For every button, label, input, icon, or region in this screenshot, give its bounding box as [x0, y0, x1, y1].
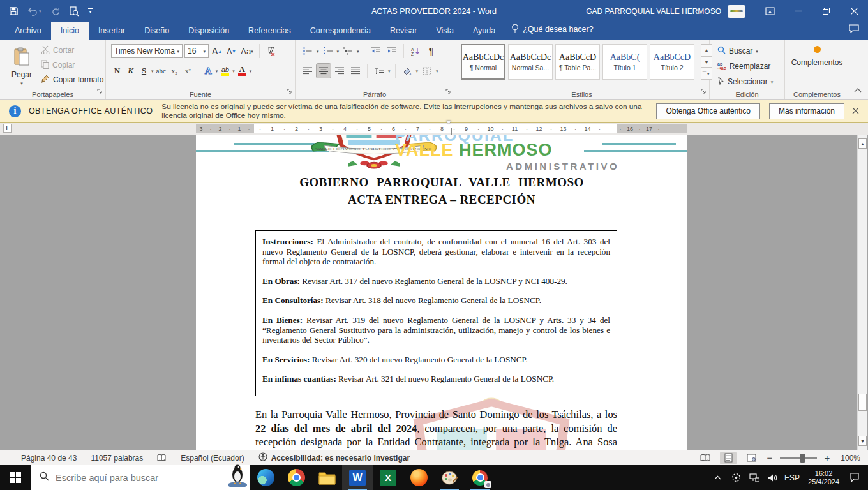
taskbar-file-explorer[interactable] — [311, 465, 342, 490]
shading-dropdown[interactable]: ▾ — [416, 69, 419, 73]
paste-button[interactable]: Pegar ▾ — [5, 43, 38, 89]
paragraph-dialog-launcher[interactable] — [445, 85, 451, 97]
undo-icon[interactable]: ▾ — [27, 7, 41, 16]
vertical-scrollbar[interactable]: ▲ ▼ — [857, 135, 867, 450]
zoom-slider[interactable] — [780, 457, 817, 459]
document-page[interactable]: VALLE HERMOSO TURÍSTICO Y PRODUCTIVO PAR… — [196, 135, 687, 450]
horizontal-ruler[interactable]: 3·2·1··1·2·3·4·5·6·7·8·9·10·11·12·13·14·… — [196, 124, 687, 133]
clear-formatting-button[interactable] — [264, 44, 278, 58]
search-input[interactable] — [56, 473, 196, 483]
highlight-button[interactable]: ab — [219, 64, 231, 78]
scroll-thumb[interactable] — [858, 394, 867, 411]
sort-button[interactable]: AZ — [408, 44, 423, 58]
decrease-indent-button[interactable] — [369, 44, 383, 58]
hidden-icons-chevron[interactable] — [710, 465, 724, 490]
align-center-button[interactable] — [317, 64, 331, 78]
zoom-slider-thumb[interactable] — [800, 454, 805, 463]
tab-vista[interactable]: Vista — [426, 22, 463, 40]
tab-stop-selector[interactable]: L — [3, 124, 12, 133]
line-spacing-button[interactable] — [372, 64, 386, 78]
tab-inicio[interactable]: Inicio — [51, 22, 89, 40]
taskbar-word[interactable]: W — [342, 465, 373, 490]
line-spacing-dropdown[interactable]: ▾ — [388, 69, 391, 73]
tab-revisar[interactable]: Revisar — [380, 22, 426, 40]
shading-button[interactable] — [400, 64, 414, 78]
font-dialog-launcher[interactable] — [287, 85, 292, 97]
format-painter-button[interactable]: Copiar formato — [41, 74, 103, 85]
copy-button[interactable]: Copiar — [41, 59, 103, 71]
proofing-icon[interactable] — [157, 454, 167, 463]
increase-indent-button[interactable] — [385, 44, 399, 58]
scroll-up-button[interactable]: ▲ — [858, 138, 867, 149]
print-layout-button[interactable] — [720, 452, 737, 464]
clipboard-dialog-launcher[interactable] — [97, 85, 103, 97]
taskbar-excel[interactable]: X — [373, 465, 403, 490]
grow-font-button[interactable]: A▲ — [211, 44, 223, 58]
more-info-button[interactable]: Más información — [769, 103, 844, 119]
zoom-in-button[interactable]: + — [823, 452, 831, 463]
save-icon[interactable] — [9, 6, 19, 16]
highlight-dropdown[interactable]: ▾ — [232, 69, 235, 73]
onedrive-icon[interactable] — [729, 465, 743, 490]
shrink-font-button[interactable]: A▼ — [225, 44, 237, 58]
strikethrough-button[interactable]: abc — [155, 64, 167, 78]
italic-button[interactable]: K — [124, 64, 137, 78]
close-button[interactable] — [840, 0, 868, 22]
zoom-level[interactable]: 100% — [837, 454, 860, 463]
warning-close-icon[interactable] — [852, 105, 859, 117]
font-name-combo[interactable]: Times New Roma▾ — [111, 44, 183, 58]
style-normal[interactable]: AaBbCcDc¶ Normal — [461, 44, 505, 80]
bold-button[interactable]: N — [111, 64, 123, 78]
addins-button[interactable]: Complementos — [785, 46, 849, 67]
taskbar-search-box[interactable] — [31, 465, 250, 490]
font-size-combo[interactable]: 16▾ — [184, 44, 209, 58]
tab-referencias[interactable]: Referencias — [239, 22, 301, 40]
find-button[interactable]: Buscar▾ — [717, 45, 773, 57]
scroll-down-button[interactable]: ▼ — [858, 436, 867, 446]
replace-button[interactable]: ab⇢ac Reemplazar — [717, 60, 773, 73]
bullets-button[interactable] — [301, 44, 315, 58]
minimize-button[interactable] — [784, 0, 812, 22]
style-titulo-2[interactable]: AaBbCcDTítulo 2 — [650, 44, 694, 80]
page-indicator[interactable]: Página 40 de 43 — [21, 454, 77, 463]
language-indicator[interactable]: Español (Ecuador) — [181, 454, 244, 463]
superscript-button[interactable]: x² — [182, 64, 194, 78]
volume-icon[interactable] — [766, 465, 780, 490]
taskbar-paint[interactable] — [434, 465, 465, 490]
cut-button[interactable]: Cortar — [41, 45, 103, 56]
borders-dropdown[interactable]: ▾ — [436, 69, 438, 73]
network-icon[interactable] — [747, 465, 761, 490]
multilevel-list-button[interactable] — [341, 44, 355, 58]
tab-correspondencia[interactable]: Correspondencia — [301, 22, 380, 40]
accessibility-status[interactable]: Accesibilidad: es necesario investigar — [258, 452, 410, 463]
clock[interactable]: 16:02 25/4/2024 — [804, 470, 843, 486]
align-left-button[interactable] — [301, 64, 315, 78]
font-color-dropdown[interactable]: ▾ — [250, 69, 252, 73]
style-normal-sa[interactable]: AaBbCcDcNormal Sa... — [508, 44, 553, 80]
font-color-button[interactable]: A — [236, 64, 248, 78]
style-titulo-1[interactable]: AaBbC(Título 1 — [602, 44, 647, 80]
tab-insertar[interactable]: Insertar — [89, 22, 135, 40]
web-layout-button[interactable] — [743, 452, 760, 464]
select-button[interactable]: Seleccionar▾ — [717, 75, 773, 88]
justify-button[interactable] — [348, 64, 363, 78]
multilevel-dropdown[interactable]: ▾ — [357, 49, 359, 54]
tab-diseno[interactable]: Diseño — [135, 22, 179, 40]
start-button[interactable] — [0, 465, 31, 490]
redo-icon[interactable] — [50, 6, 60, 16]
action-center-icon[interactable] — [848, 465, 862, 490]
tab-disposicion[interactable]: Disposición — [179, 22, 239, 40]
avatar[interactable] — [728, 5, 745, 18]
pilcrow-button[interactable]: ¶ — [424, 44, 438, 58]
bullets-dropdown[interactable]: ▾ — [317, 49, 319, 54]
subscript-button[interactable]: x₂ — [168, 64, 181, 78]
numbering-button[interactable] — [321, 44, 335, 58]
word-count[interactable]: 11057 palabras — [91, 454, 143, 463]
underline-dropdown[interactable]: ▾ — [151, 69, 154, 73]
ribbon-display-options-icon[interactable] — [756, 0, 784, 22]
text-effects-dropdown[interactable]: ▾ — [216, 69, 218, 73]
penguin-search-highlight[interactable] — [223, 463, 249, 490]
numbering-dropdown[interactable]: ▾ — [337, 49, 340, 54]
qat-customize-icon[interactable]: ▾ — [88, 8, 93, 15]
zoom-out-button[interactable]: − — [766, 452, 774, 463]
